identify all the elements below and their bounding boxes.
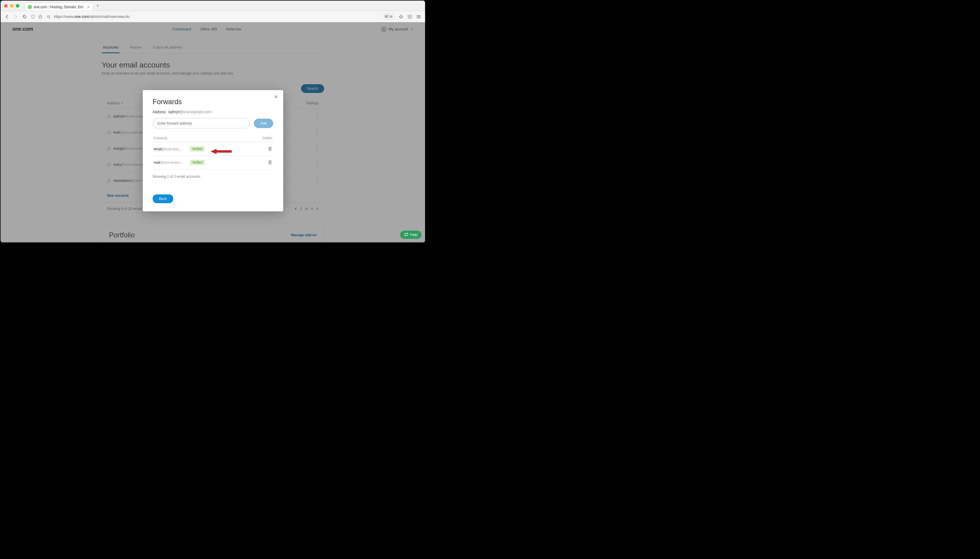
close-tab-icon[interactable]: × — [87, 5, 90, 9]
favicon-icon — [28, 5, 32, 9]
chat-icon — [404, 233, 408, 237]
back-icon[interactable] — [5, 14, 9, 19]
modal-table-header: Forwards Delete — [153, 136, 273, 142]
titlebar: one.com : Hosting, Domain, Em × + — [1, 1, 425, 11]
status-badge: Verified — [190, 160, 204, 165]
new-tab-icon[interactable]: + — [96, 3, 99, 8]
browser-window: one.com : Hosting, Domain, Em × + https:… — [1, 1, 425, 242]
close-icon[interactable]: ✕ — [274, 94, 278, 100]
shield-icon[interactable] — [31, 15, 36, 19]
forward-address-input[interactable] — [153, 118, 250, 129]
traffic-lights — [4, 4, 19, 8]
permissions-icon[interactable] — [46, 15, 51, 19]
modal-showing: Showing 2 of 2 email accounts — [153, 175, 273, 179]
zoom-level[interactable]: 80 % — [383, 14, 395, 19]
minimize-window-icon[interactable] — [10, 4, 13, 8]
modal-title: Forwards — [153, 98, 273, 106]
maximize-window-icon[interactable] — [16, 4, 19, 8]
lock-icon[interactable] — [39, 15, 43, 19]
pocket-icon[interactable] — [408, 14, 412, 19]
help-widget[interactable]: Help — [400, 231, 421, 239]
delete-icon[interactable] — [268, 147, 272, 151]
forward-email: email@one-exa... — [154, 147, 186, 151]
forward-row: email@one-exa...Verified — [153, 142, 273, 156]
add-forward-row: Add — [153, 118, 273, 129]
tab-title: one.com : Hosting, Domain, Em — [34, 5, 83, 9]
bookmark-icon[interactable] — [399, 14, 403, 19]
add-button[interactable]: Add — [254, 119, 273, 128]
svg-rect-0 — [39, 17, 42, 18]
menu-icon[interactable] — [416, 14, 421, 19]
col-delete: Delete — [263, 136, 272, 140]
forward-icon[interactable] — [13, 14, 18, 19]
browser-tab[interactable]: one.com : Hosting, Domain, Em × — [25, 3, 93, 11]
col-forwards: Forwards — [154, 136, 167, 140]
url-text: https://www.one.com/admin/mail/overview.… — [54, 14, 129, 19]
delete-icon[interactable] — [268, 160, 272, 165]
forwards-modal: ✕ Forwards Address: kathryn@one-example.… — [143, 90, 283, 212]
back-button[interactable]: Back — [153, 194, 174, 203]
reload-icon[interactable] — [22, 14, 27, 19]
close-window-icon[interactable] — [4, 4, 8, 8]
forward-email: mail@one-exam... — [154, 160, 186, 165]
page-content: one.com Dashboard Office 365 Referrals M… — [1, 22, 425, 242]
address-area[interactable]: https://www.one.com/admin/mail/overview.… — [31, 14, 378, 19]
status-badge: Verified — [190, 147, 204, 151]
url-bar: https://www.one.com/admin/mail/overview.… — [1, 11, 425, 22]
forward-row: mail@one-exam...Verified — [153, 156, 273, 169]
help-label: Help — [410, 233, 418, 237]
modal-address: Address: kathryn@one-example.com — [153, 110, 273, 114]
